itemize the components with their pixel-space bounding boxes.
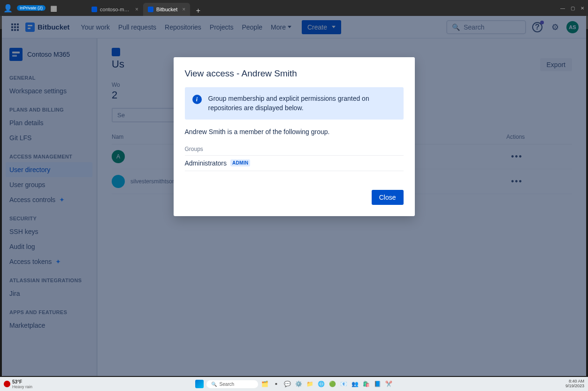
taskbar-search-label: Search	[220, 382, 235, 387]
new-tab-button[interactable]: +	[193, 6, 203, 16]
search-icon: 🔍	[211, 382, 217, 387]
inprivate-badge: InPrivate (2)	[17, 5, 46, 11]
browser-tab-2[interactable]: Bitbucket ×	[143, 3, 190, 16]
groups-header: Groups	[185, 143, 404, 156]
group-name: Administrators	[185, 159, 227, 167]
modal-title: View access - Andrew Smith	[185, 68, 404, 79]
taskbar-search[interactable]: 🔍 Search	[206, 380, 258, 388]
browser-tab-strip: 👤 InPrivate (2) ▦ contoso-m365 / cloudde…	[0, 0, 588, 16]
close-icon[interactable]: ×	[135, 6, 138, 13]
window-controls: — ▢ ✕	[560, 6, 588, 11]
taskbar-clock[interactable]: 8:40 AM 9/19/2023	[565, 379, 584, 389]
profile-icon[interactable]: 👤	[3, 3, 13, 13]
taskbar-chat-icon[interactable]: 💬	[283, 380, 292, 388]
taskbar-settings-icon[interactable]: ⚙️	[295, 380, 303, 388]
taskbar-outlook-icon[interactable]: 📧	[340, 380, 348, 388]
taskbar-edge-icon[interactable]: 🌐	[317, 380, 326, 388]
taskbar-explorer-icon[interactable]: 🗂️	[261, 380, 269, 388]
info-panel: i Group membership and explicit permissi…	[185, 87, 404, 120]
group-row: Administrators ADMIN	[185, 156, 404, 171]
tab-title: Bitbucket	[156, 7, 177, 12]
admin-badge: ADMIN	[230, 159, 250, 166]
close-button[interactable]: Close	[372, 190, 404, 205]
info-icon: i	[192, 95, 202, 104]
taskbar-chrome-icon[interactable]: 🟢	[328, 380, 337, 388]
maximize-icon[interactable]: ▢	[571, 6, 575, 11]
browser-tab-1[interactable]: contoso-m365 / clouddemo — B ×	[87, 3, 143, 16]
tab-favicon	[148, 7, 153, 12]
taskbar-store-icon[interactable]: 🛍️	[362, 380, 371, 388]
weather-temp: 53°F	[12, 379, 32, 384]
weather-icon	[4, 381, 10, 387]
taskbar: 53°F Heavy rain 🔍 Search 🗂️ ▪️ 💬 ⚙️ 📁 🌐 …	[0, 377, 588, 391]
tab-title: contoso-m365 / clouddemo — B	[100, 7, 130, 12]
minimize-icon[interactable]: —	[560, 6, 565, 11]
member-description: Andrew Smith is a member of the followin…	[185, 128, 404, 135]
weather-widget[interactable]: 53°F Heavy rain	[4, 379, 32, 389]
view-access-modal: View access - Andrew Smith i Group membe…	[174, 57, 415, 216]
taskbar-teams-icon[interactable]: 👥	[351, 380, 359, 388]
weather-cond: Heavy rain	[12, 384, 32, 389]
info-text: Group membership and explicit permission…	[208, 94, 396, 113]
taskbar-word-icon[interactable]: 📘	[374, 380, 382, 388]
close-icon[interactable]: ×	[182, 6, 185, 13]
start-button[interactable]	[195, 380, 204, 388]
tab-overview-icon[interactable]: ▦	[48, 3, 59, 13]
taskbar-app-icon[interactable]: ▪️	[272, 380, 281, 388]
tab-favicon	[92, 7, 97, 12]
app-shell: Bitbucket Your work Pull requests Reposi…	[2, 16, 586, 376]
taskbar-date: 9/19/2023	[565, 384, 584, 389]
taskbar-files-icon[interactable]: 📁	[306, 380, 314, 388]
close-icon[interactable]: ✕	[580, 6, 584, 11]
taskbar-snip-icon[interactable]: ✂️	[385, 380, 393, 388]
